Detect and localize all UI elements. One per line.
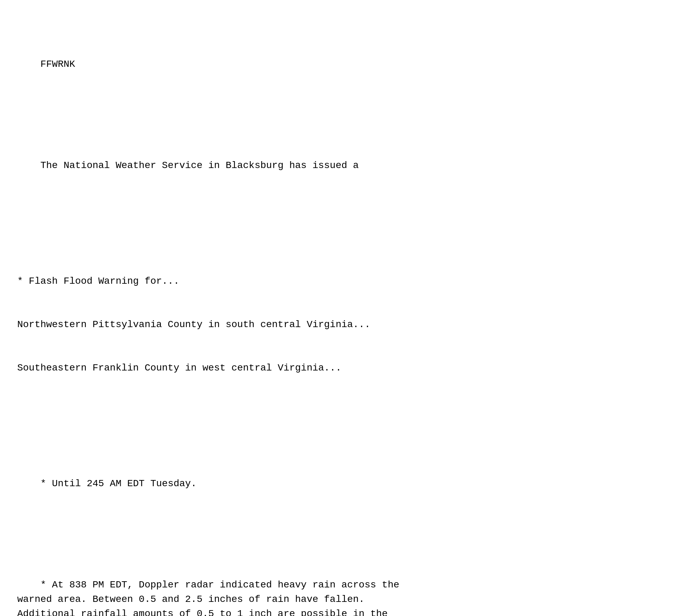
- warning-section: * Flash Flood Warning for... Northwester…: [17, 245, 672, 404]
- warning-area-2: Southeastern Franklin County in west cen…: [17, 361, 672, 375]
- header-code: FFWRNK: [17, 43, 672, 86]
- warning-area-1: Northwestern Pittsylvania County in sout…: [17, 317, 672, 332]
- details-text: * At 838 PM EDT, Doppler radar indicated…: [17, 580, 399, 616]
- warning-header: * Flash Flood Warning for...: [17, 274, 672, 289]
- details-section: * At 838 PM EDT, Doppler radar indicated…: [17, 563, 672, 616]
- until-text: * Until 245 AM EDT Tuesday.: [40, 478, 197, 489]
- intro-section: The National Weather Service in Blacksbu…: [17, 144, 672, 187]
- code-label: FFWRNK: [40, 59, 75, 70]
- intro-text: The National Weather Service in Blacksbu…: [40, 160, 359, 171]
- until-section: * Until 245 AM EDT Tuesday.: [17, 462, 672, 505]
